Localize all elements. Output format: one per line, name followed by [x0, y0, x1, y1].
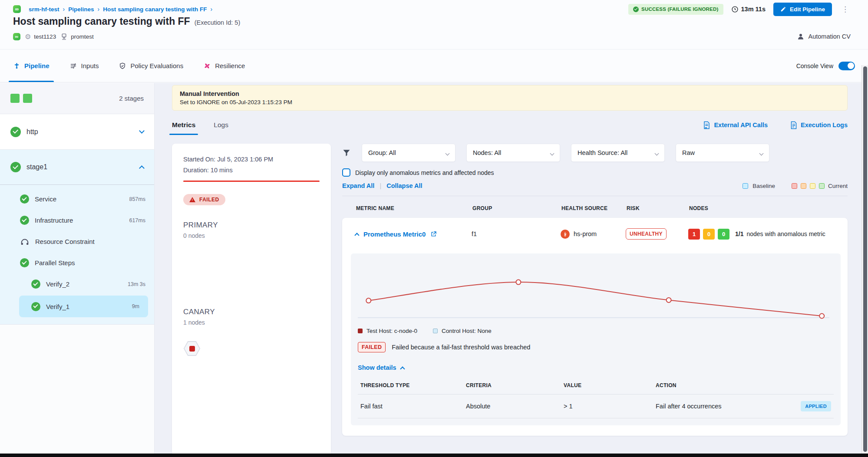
- success-check-icon: [31, 279, 40, 289]
- chevron-down-icon: [550, 151, 554, 156]
- metric-card: Prometheus Metric0 f1 hs-prom UNHEALTHY: [342, 218, 848, 436]
- tab-resilience[interactable]: Resilience: [203, 49, 245, 82]
- unhealthy-node-dot: [189, 346, 195, 352]
- expand-all-link[interactable]: Expand All: [342, 182, 374, 189]
- divider: [342, 196, 848, 196]
- stage-stage1-block: stage1 Service 857ms Infrastructure 617m…: [0, 150, 154, 325]
- data-mode-select[interactable]: Raw: [676, 144, 769, 162]
- nodes-filter-select[interactable]: Nodes: All: [466, 144, 560, 162]
- chevron-down-icon: [446, 151, 450, 156]
- collapse-metric-chevron[interactable]: [354, 233, 359, 237]
- service-name[interactable]: ⚙ test1123: [25, 33, 56, 41]
- health-source-cell: hs-prom: [561, 230, 626, 239]
- inputs-icon: [69, 62, 77, 70]
- active-tab-underline: [9, 81, 54, 82]
- more-options-icon[interactable]: ⋮: [840, 5, 851, 14]
- external-link-icon[interactable]: [430, 231, 437, 237]
- baseline-swatch: [743, 183, 748, 189]
- execution-id: (Execution Id: 5): [195, 19, 241, 26]
- tab-inputs[interactable]: Inputs: [69, 49, 99, 82]
- edit-pipeline-button[interactable]: Edit Pipeline: [773, 3, 832, 16]
- tab-metrics[interactable]: Metrics: [172, 115, 195, 135]
- chart-data-point[interactable]: [667, 298, 671, 302]
- pipeline-icon: [13, 62, 20, 69]
- control-host-legend: Control Host: None: [433, 328, 492, 334]
- console-view-toggle[interactable]: [838, 62, 855, 70]
- chevron-down-icon[interactable]: [139, 128, 145, 134]
- current-swatch-orange: [801, 183, 806, 189]
- metric-chart-panel: Test Host: c-node-0 Control Host: None F…: [351, 253, 841, 425]
- health-source-filter-select[interactable]: Health Source: All: [571, 144, 665, 162]
- step-parallel-steps[interactable]: Parallel Steps: [0, 252, 154, 273]
- stage-summary-strip: 2 stages: [0, 83, 154, 114]
- pipeline-execution-page: ∞ srm-hf-test › Pipelines › Host samplin…: [0, 0, 868, 457]
- started-on: Started On: Jul 5, 2023 1:06 PM: [183, 156, 320, 163]
- metrics-table-header: METRIC NAME GROUP HEALTH SOURCE RISK NOD…: [342, 205, 848, 211]
- user-icon: [797, 33, 805, 40]
- success-check-icon: [633, 7, 639, 12]
- verdict-row: FAILED Failed because a fail-fast thresh…: [358, 342, 834, 352]
- nodes-cell: 1 0 0 1/1 nodes with anomalous metric: [688, 229, 848, 240]
- tab-policy-evaluations[interactable]: Policy Evaluations: [119, 49, 183, 82]
- scrollbar-thumb[interactable]: [863, 66, 867, 452]
- filter-funnel-icon[interactable]: [342, 148, 351, 157]
- breadcrumb-project[interactable]: srm-hf-test: [29, 6, 59, 13]
- breadcrumb-separator: ›: [63, 6, 65, 13]
- success-check-icon: [20, 194, 29, 204]
- node-count-unhealthy[interactable]: 1: [688, 229, 700, 240]
- triggered-by-user[interactable]: Automation CV: [797, 33, 851, 40]
- applied-badge: APPLIED: [801, 401, 831, 411]
- step-infrastructure[interactable]: Infrastructure 617ms: [0, 210, 154, 231]
- metric-line-chart[interactable]: [358, 262, 829, 321]
- step-verify-2[interactable]: Verify_2 13m 3s: [0, 273, 154, 295]
- chart-data-point[interactable]: [516, 280, 521, 285]
- risk-badge-unhealthy: UNHEALTHY: [626, 228, 667, 240]
- page-header: ∞ srm-hf-test › Pipelines › Host samplin…: [0, 0, 868, 49]
- success-check-icon: [10, 127, 21, 137]
- primary-label: PRIMARY: [183, 221, 320, 230]
- anomalous-only-checkbox[interactable]: [342, 168, 350, 177]
- stage-success-square: [10, 94, 20, 103]
- breadcrumb-separator: ›: [97, 6, 99, 13]
- document-icon: [790, 121, 797, 129]
- external-api-calls-link[interactable]: External API Calls: [703, 121, 768, 129]
- step-service[interactable]: Service 857ms: [0, 188, 154, 210]
- chevron-down-icon: [655, 151, 659, 156]
- chevron-up-icon[interactable]: [139, 165, 145, 171]
- window-bottom-edge: [0, 454, 868, 457]
- api-document-icon: [703, 121, 710, 129]
- metric-group: f1: [472, 230, 561, 237]
- page-scrollbar[interactable]: [861, 65, 868, 454]
- test-host-swatch: [358, 329, 363, 333]
- current-swatch-green: [819, 183, 825, 189]
- anomalous-only-label: Display only anomalous metrics and affec…: [355, 169, 494, 176]
- shield-check-icon: [119, 62, 126, 70]
- environment-icon: [60, 33, 68, 40]
- chart-data-point[interactable]: [819, 314, 824, 319]
- harness-logo-icon: ∞: [13, 5, 21, 13]
- console-view-label: Console View: [796, 62, 833, 69]
- metric-filters: Group: All Nodes: All Health Source: All…: [342, 144, 848, 162]
- execution-logs-link[interactable]: Execution Logs: [790, 121, 848, 129]
- breadcrumb-pipelines[interactable]: Pipelines: [68, 6, 94, 13]
- chart-data-point[interactable]: [366, 298, 371, 303]
- group-filter-select[interactable]: Group: All: [362, 144, 455, 162]
- failed-progress-bar: [183, 181, 320, 182]
- node-count-observe[interactable]: 0: [703, 229, 715, 240]
- step-resource-constraint[interactable]: Resource Constraint: [0, 231, 154, 252]
- stage-http[interactable]: http: [0, 114, 154, 150]
- current-swatch-red: [792, 183, 797, 189]
- tab-logs[interactable]: Logs: [214, 115, 228, 135]
- metric-name-link[interactable]: Prometheus Metric0: [363, 230, 426, 238]
- main-panel: Manual Intervention Set to IGNORE on 05-…: [155, 83, 868, 454]
- collapse-all-link[interactable]: Collapse All: [386, 182, 422, 189]
- tab-pipeline[interactable]: Pipeline: [13, 49, 50, 82]
- environment-name[interactable]: promtest: [60, 33, 94, 40]
- show-details-link[interactable]: Show details: [358, 364, 834, 371]
- stage-stage1[interactable]: stage1: [0, 150, 154, 184]
- canary-node-hexagon[interactable]: [183, 341, 201, 356]
- node-count-healthy[interactable]: 0: [718, 229, 729, 240]
- step-verify-1[interactable]: Verify_1 9m: [19, 296, 148, 317]
- breadcrumb-pipeline-name[interactable]: Host sampling canary testing with FF: [103, 6, 207, 13]
- manual-intervention-banner: Manual Intervention Set to IGNORE on 05-…: [172, 85, 848, 111]
